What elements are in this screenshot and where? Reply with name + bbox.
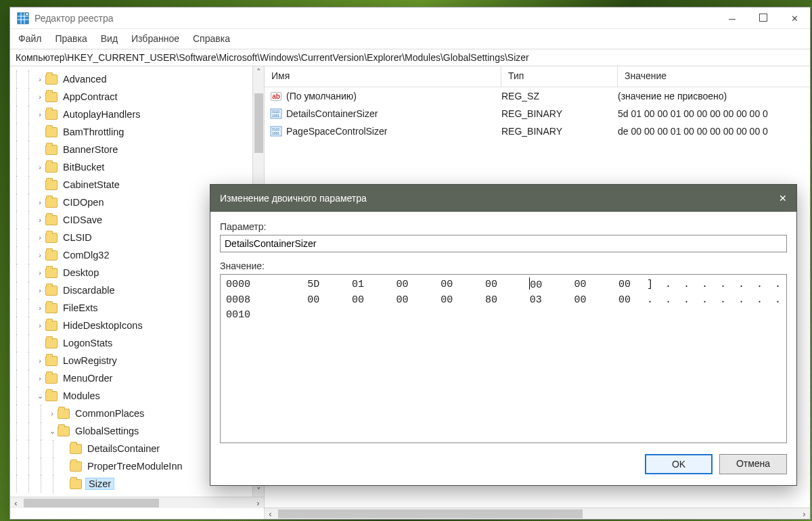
tree-expand-icon[interactable]: ›	[35, 321, 45, 330]
menu-file[interactable]: Файл	[18, 33, 41, 44]
hex-byte[interactable]: 00	[602, 293, 647, 308]
tree-expand-icon[interactable]: ›	[35, 286, 45, 294]
tree-item-label: Desktop	[62, 267, 100, 278]
scroll-right-arrow-icon[interactable]: ›	[252, 497, 264, 509]
tree-item[interactable]: ›AppContract	[10, 88, 252, 106]
tree-expand-icon[interactable]: ›	[35, 374, 45, 382]
hex-byte[interactable]	[453, 308, 503, 323]
hex-byte[interactable]: 00	[514, 277, 558, 293]
hex-byte[interactable]: 01	[336, 277, 380, 293]
minimize-button[interactable]	[717, 8, 748, 28]
tree-expand-icon[interactable]: ›	[35, 269, 45, 277]
tree-expand-icon[interactable]: ›	[35, 304, 45, 312]
hex-byte[interactable]	[605, 308, 656, 323]
cancel-button[interactable]: Отмена	[719, 454, 787, 474]
column-value[interactable]: Значение	[618, 66, 810, 87]
hex-byte[interactable]: 03	[514, 293, 558, 308]
tree-expand-icon[interactable]: ›	[35, 75, 45, 83]
address-bar[interactable]: Компьютер\HKEY_CURRENT_USER\Software\Mic…	[10, 49, 810, 66]
tree-expand-icon[interactable]: ›	[35, 110, 45, 118]
column-type[interactable]: Тип	[501, 66, 618, 87]
value-row[interactable]: 01101001PageSpaceControlSizerREG_BINARYd…	[265, 122, 810, 140]
tree-item[interactable]: ›Advanced	[10, 70, 252, 88]
tree-item[interactable]: ›BitBucket	[10, 158, 252, 176]
tree-expand-icon[interactable]: ›	[35, 251, 45, 259]
tree-item-label: DetailsContainer	[86, 443, 161, 454]
hex-byte[interactable]: 00	[558, 277, 603, 293]
tree-expand-icon[interactable]: ›	[35, 357, 45, 365]
tree-expand-icon[interactable]: ⌄	[47, 427, 58, 436]
menu-help[interactable]: Справка	[193, 33, 230, 44]
hex-row[interactable]: 0010	[226, 308, 781, 323]
hex-byte[interactable]	[554, 308, 605, 323]
hex-byte[interactable]: 5D	[291, 277, 336, 293]
folder-icon	[45, 180, 58, 190]
hex-byte[interactable]: 00	[336, 293, 380, 308]
value-name: (По умолчанию)	[286, 91, 501, 101]
param-name-field[interactable]	[220, 235, 787, 252]
hex-byte[interactable]	[351, 308, 402, 323]
values-list[interactable]: ab(По умолчанию)REG_SZ(значение не присв…	[265, 87, 810, 140]
tree-item[interactable]: ›AutoplayHandlers	[10, 106, 252, 123]
values-horizontal-scrollbar[interactable]: ‹ ›	[265, 507, 810, 519]
tree-expand-icon[interactable]: ›	[47, 409, 58, 417]
titlebar[interactable]: Редактор реестра	[10, 7, 810, 29]
scroll-down-arrow-icon[interactable]: ˅	[253, 485, 265, 497]
folder-icon	[45, 373, 58, 384]
tree-item-label: Advanced	[62, 74, 108, 85]
hex-byte[interactable]	[300, 308, 351, 323]
folder-icon	[58, 426, 70, 436]
hex-byte[interactable]	[656, 308, 706, 323]
tree-expand-icon[interactable]: ›	[35, 163, 45, 171]
scroll-thumb[interactable]	[254, 93, 263, 153]
tree-item-label: ProperTreeModuleInn	[86, 461, 184, 472]
folder-icon	[45, 162, 58, 173]
tree-item[interactable]: BamThrottling	[10, 123, 252, 141]
tree-item-label: MenuOrder	[62, 373, 114, 384]
hex-byte[interactable]: 00	[291, 293, 336, 308]
tree-expand-icon[interactable]: ›	[35, 93, 45, 101]
hex-byte[interactable]: 00	[602, 277, 647, 293]
close-button[interactable]	[779, 8, 810, 28]
tree-item[interactable]: BannerStore	[10, 141, 252, 158]
menu-view[interactable]: Вид	[101, 33, 118, 44]
binary-value-icon: 01101001	[270, 126, 282, 137]
menu-favorites[interactable]: Избранное	[131, 33, 179, 44]
hex-byte[interactable]: 00	[424, 293, 469, 308]
folder-icon	[45, 268, 58, 278]
hex-byte[interactable]: 00	[469, 277, 514, 293]
scroll-thumb[interactable]	[24, 499, 159, 507]
value-row[interactable]: 01101001DetailsContainerSizerREG_BINARY5…	[265, 105, 810, 122]
folder-icon	[45, 145, 58, 155]
hex-byte[interactable]: 80	[469, 293, 514, 308]
value-type: REG_BINARY	[501, 108, 618, 119]
hex-row[interactable]: 00005D01000000000000] . . . . . . .	[226, 277, 781, 293]
hex-byte[interactable]: 00	[558, 293, 603, 308]
scroll-right-arrow-icon[interactable]: ›	[798, 508, 810, 520]
scroll-left-arrow-icon[interactable]: ‹	[10, 497, 22, 509]
tree-expand-icon[interactable]: ⌄	[35, 392, 45, 401]
maximize-button[interactable]	[748, 8, 779, 28]
hex-editor[interactable]: 00005D01000000000000] . . . . . . .00080…	[220, 274, 787, 443]
dialog-titlebar[interactable]: Изменение двоичного параметра ✕	[210, 185, 796, 212]
hex-byte[interactable]	[402, 308, 453, 323]
hex-byte[interactable]: 00	[380, 293, 425, 308]
hex-byte[interactable]: 00	[424, 277, 469, 293]
ok-button[interactable]: OK	[645, 454, 713, 474]
dialog-close-button[interactable]: ✕	[779, 193, 787, 204]
scroll-up-arrow-icon[interactable]: ˄	[253, 66, 265, 78]
tree-expand-icon[interactable]: ›	[35, 233, 45, 242]
tree-expand-icon[interactable]: ›	[35, 198, 45, 206]
tree-expand-icon[interactable]: ›	[35, 216, 45, 224]
menu-edit[interactable]: Правка	[55, 33, 87, 44]
folder-icon	[45, 110, 58, 120]
hex-byte[interactable]	[503, 308, 554, 323]
folder-icon	[45, 391, 58, 401]
scroll-thumb[interactable]	[278, 509, 583, 518]
tree-horizontal-scrollbar[interactable]: ‹ ›	[10, 497, 264, 508]
scroll-left-arrow-icon[interactable]: ‹	[265, 508, 276, 520]
column-name[interactable]: Имя	[265, 66, 501, 87]
value-row[interactable]: ab(По умолчанию)REG_SZ(значение не присв…	[265, 87, 810, 105]
hex-row[interactable]: 00080000000080030000. . . . . . . .	[226, 293, 781, 308]
hex-byte[interactable]: 00	[380, 277, 425, 293]
